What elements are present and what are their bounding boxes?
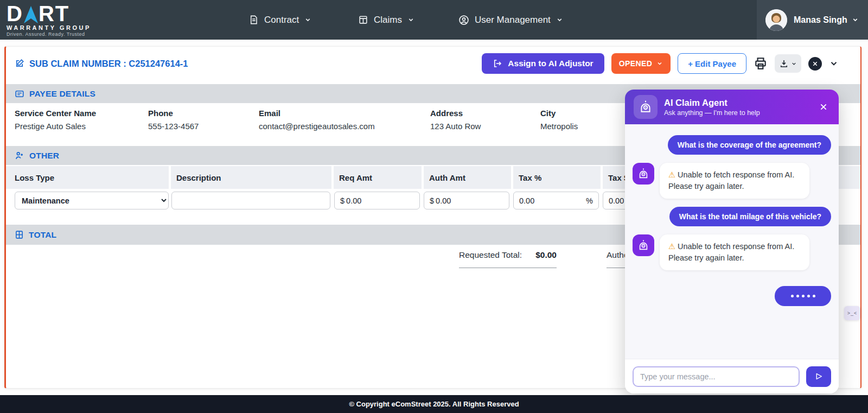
tax-pct-field[interactable]: % — [513, 192, 599, 209]
chevron-down-icon — [304, 16, 311, 23]
nav-menu-contract[interactable]: Contract — [248, 0, 311, 40]
chevron-down-icon — [829, 59, 839, 68]
column-header-auth-amt: Auth Amt — [424, 166, 511, 189]
chat-bubble: ⚠Unable to fetch response from AI. Pleas… — [660, 163, 809, 199]
status-opened-button[interactable]: OPENED — [611, 53, 671, 74]
chat-message-bot: ⚠Unable to fetch response from AI. Pleas… — [633, 234, 831, 270]
chat-close-button[interactable] — [817, 100, 830, 113]
logo-wordmark: D RT — [7, 4, 91, 23]
chevron-down-icon — [791, 61, 797, 67]
chat-header: AI Claim Agent Ask anything — I'm here t… — [625, 90, 839, 124]
footer: © Copyright eComStreet 2025. All Rights … — [0, 395, 868, 413]
chevron-down-icon — [656, 60, 663, 67]
logo-subtitle: WARRANTY GROUP — [7, 24, 91, 31]
column-header-tax-pct: Tax % — [513, 166, 601, 189]
chevron-down-icon — [407, 16, 414, 23]
user-name: Manas Singh — [794, 15, 859, 25]
edge-widget: >_< — [844, 306, 860, 320]
avatar — [765, 9, 787, 31]
chat-header-text: AI Claim Agent Ask anything — I'm here t… — [664, 98, 810, 117]
payee-field-service-center: Service Center Name Prestige Auto Sales — [15, 109, 96, 131]
tax-pct-input[interactable] — [519, 196, 584, 205]
auth-amt-field[interactable]: $ — [424, 192, 509, 209]
edit-payee-button[interactable]: + Edit Payee — [678, 53, 746, 74]
chat-title: AI Claim Agent — [664, 98, 810, 108]
close-icon — [812, 61, 818, 67]
assign-to-ai-adjustor-button[interactable]: Assign to AI Adjustor — [482, 53, 604, 74]
typing-indicator — [775, 286, 831, 306]
top-nav: D RT WARRANTY GROUP Driven. Assured. Rea… — [0, 0, 868, 40]
user-menu[interactable]: Manas Singh — [757, 0, 868, 40]
payee-card-icon — [15, 89, 24, 99]
robot-icon — [633, 163, 654, 185]
nav-menu-claims[interactable]: Claims — [358, 0, 414, 40]
send-icon — [814, 372, 824, 381]
payee-field-phone: Phone 555-123-4567 — [148, 109, 199, 131]
close-icon — [819, 103, 828, 111]
chat-message-input[interactable] — [633, 366, 800, 387]
robot-icon — [633, 234, 654, 256]
column-header-description: Description — [171, 166, 331, 189]
printer-icon — [754, 56, 768, 71]
dart-logo[interactable]: D RT WARRANTY GROUP Driven. Assured. Rea… — [7, 4, 91, 37]
robot-icon — [634, 95, 658, 119]
send-button[interactable] — [806, 366, 831, 387]
logo-tagline: Driven. Assured. Ready. Trusted — [7, 31, 91, 37]
user-circle-icon — [458, 15, 469, 26]
req-amt-field[interactable]: $ — [334, 192, 420, 209]
assign-arrow-icon — [493, 59, 502, 68]
column-header-loss-type: Loss Type — [6, 166, 169, 189]
chevron-down-icon — [852, 16, 859, 23]
download-button[interactable] — [775, 54, 801, 73]
chat-input-bar — [625, 359, 839, 393]
chat-subtitle: Ask anything — I'm here to help — [664, 109, 810, 117]
collapse-button[interactable] — [829, 59, 839, 68]
chat-message-user: What is the total milage of this vehicle… — [669, 207, 831, 226]
chat-messages: What is the coverage of the agreement? ⚠… — [625, 124, 839, 359]
requested-total: Requested Total: $0.00 — [459, 250, 557, 268]
document-icon — [248, 15, 259, 25]
print-button[interactable] — [754, 56, 768, 71]
payee-field-address: Address 123 Auto Row — [430, 109, 481, 131]
claim-actions: Assign to AI Adjustor OPENED + Edit Paye… — [482, 53, 839, 74]
sub-claim-title: SUB CLAIM NUMBER : C251247614-1 — [15, 59, 188, 69]
payee-field-email: Email contact@prestigeautosales.com — [259, 109, 375, 131]
chat-bubble: ⚠Unable to fetch response from AI. Pleas… — [660, 234, 809, 270]
percent-suffix: % — [586, 196, 593, 205]
window-grid-icon — [358, 15, 368, 25]
chevron-down-icon — [556, 16, 563, 23]
auth-amt-input[interactable] — [436, 196, 503, 205]
person-plus-icon — [15, 151, 24, 161]
warning-icon: ⚠ — [668, 170, 675, 179]
currency-prefix: $ — [430, 196, 434, 205]
column-header-req-amt: Req Amt — [334, 166, 422, 189]
loss-type-select[interactable]: Maintenance — [15, 192, 169, 209]
claim-header: SUB CLAIM NUMBER : C251247614-1 Assign t… — [15, 52, 839, 75]
currency-prefix: $ — [340, 196, 344, 205]
edit-icon[interactable] — [15, 59, 24, 68]
payee-field-city: City Metropolis — [540, 109, 578, 131]
total-sheet-icon — [15, 230, 24, 239]
nav-menu-user-management[interactable]: User Management — [458, 0, 563, 40]
logo-arrow-icon — [24, 6, 38, 23]
req-amt-input[interactable] — [346, 196, 414, 205]
ai-chat-panel: AI Claim Agent Ask anything — I'm here t… — [625, 90, 839, 393]
chat-message-bot: ⚠Unable to fetch response from AI. Pleas… — [633, 163, 831, 199]
description-input[interactable] — [171, 192, 330, 209]
chat-message-user: What is the coverage of the agreement? — [668, 135, 831, 155]
copyright-text: © Copyright eComStreet 2025. All Rights … — [349, 400, 519, 408]
close-claim-button[interactable] — [808, 57, 822, 71]
warning-icon: ⚠ — [668, 242, 675, 251]
download-icon — [779, 59, 789, 68]
